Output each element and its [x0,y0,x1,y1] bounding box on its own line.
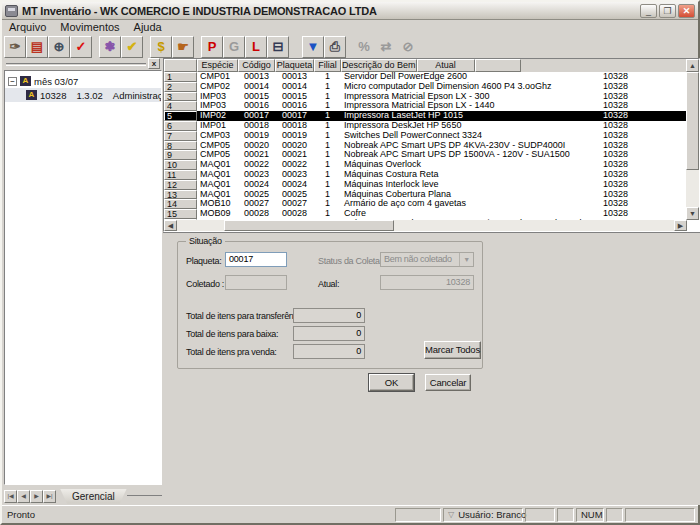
table-row[interactable]: 7CMP0300019000191Switches Dell PowerConn… [164,131,686,141]
menu-movimentos[interactable]: Movimentos [53,20,126,34]
cell: 1 [314,111,341,121]
cell: MAQ01 [197,180,238,190]
table-row[interactable]: 5IMP0200017000171Impressora LasetJet HP … [164,111,686,121]
scroll-right-icon[interactable]: ▶ [674,220,687,231]
letter-p-icon-button[interactable]: P [201,36,223,58]
groupbox-title: Situação [186,236,225,246]
tree-node-month[interactable]: − A mês 03/07 [5,74,161,88]
cell: 1 [314,101,341,111]
table-row[interactable]: 1CMP0100013000131Servidor Dell PowerEdge… [164,72,686,82]
bird-icon-button[interactable]: ✔ [121,36,143,58]
collapse-icon[interactable]: − [8,77,17,86]
scroll-up-icon[interactable]: ▲ [686,59,699,72]
table-row[interactable]: 11MAQ0100023000231Máquinas Costura Reta1… [164,170,686,180]
tree-node-sector[interactable]: A 10328 1.3.02 Administração [5,88,161,102]
table-row[interactable]: 2CMP0200014000141Micro computador Dell D… [164,82,686,92]
inventory-tree: − A mês 03/07 A 10328 1.3.02 Administraç… [4,70,162,485]
minimize-button[interactable]: _ [640,4,657,18]
cell: 00018 [238,121,275,131]
column-header-blank-0[interactable] [164,59,197,72]
hand-note-icon-button[interactable]: ☛ [172,36,194,58]
cell: 00025 [238,190,275,200]
tree-codigo: 1.3.02 [76,90,102,101]
tab-first-button[interactable]: |◀ [4,490,17,503]
status-ready: Pronto [2,509,395,520]
stamp-icon: ✑ [10,40,21,53]
magnifier-plus-icon-button[interactable]: ⊕ [48,36,70,58]
tab-last-button[interactable]: ▶| [43,490,56,503]
table-row[interactable]: 10MAQ0100022000221Máquinas Overlock10328 [164,160,686,170]
column-header-código[interactable]: Código [238,59,275,72]
menu-ajuda[interactable]: Ajuda [127,20,169,34]
left-panel: x − A mês 03/07 A 10328 1.3.02 Administr… [4,58,162,505]
cell [640,209,686,219]
marcar-todos-button[interactable]: Marcar Todos [424,341,481,359]
notebook-icon-button[interactable]: ▤ [26,36,48,58]
palette-icon: ❃ [105,40,116,53]
column-header-atual[interactable]: Atual [417,59,475,72]
table-row[interactable]: 14MOB1000027000271Armário de aço com 4 g… [164,199,686,209]
filter-icon-button[interactable]: ▼ [302,36,324,58]
panel-close-icon[interactable]: x [148,58,160,69]
coins-icon: $ [157,40,164,53]
close-button[interactable]: ✕ [678,4,695,18]
plaqueta-input[interactable]: 00017 [225,252,287,267]
cell: 1 [164,72,197,82]
table-row[interactable]: 9CMP0500021000211Nobreak APC Smart UPS D… [164,150,686,160]
status-coleta-select[interactable]: Bem não coletado ▼ [380,252,474,267]
tab-prev-button[interactable]: ◀ [17,490,30,503]
cell: 00018 [275,121,314,131]
printer-icon-button[interactable]: ⎙ [324,36,346,58]
cell: 10328 [582,209,640,219]
tab-next-button[interactable]: ▶ [30,490,43,503]
check-icon-button[interactable]: ✓ [70,36,92,58]
column-header-espécie[interactable]: Espécie [197,59,238,72]
hscroll-thumb[interactable] [224,220,394,231]
cell: 00016 [275,101,314,111]
scroll-left-icon[interactable]: ◀ [164,220,177,231]
money-transfer-icon: ⇄ [381,40,392,53]
cell: 1 [314,199,341,209]
cell: 1 [314,209,341,219]
inventory-node-icon: A [26,90,37,100]
table-row[interactable]: 6IMP0100018000181Impressora DeskJet HP 5… [164,121,686,131]
scroll-down-icon[interactable]: ▼ [686,207,699,220]
tree-view-icon-button[interactable]: ⊟ [267,36,289,58]
tree-plaqueta: 10328 [40,90,66,101]
cell: 00023 [238,170,275,180]
atual-label: Atual: [318,279,339,289]
vertical-scrollbar[interactable]: ▲ ▼ [686,59,699,220]
tab-strip-line [127,495,162,496]
restore-button[interactable]: ❐ [659,4,676,18]
table-row[interactable]: 8CMP0500020000201Nobreak APC Smart UPS D… [164,141,686,151]
menu-arquivo[interactable]: Arquivo [2,20,53,34]
status-num-lock: NUM [576,508,604,522]
cell: 00020 [275,141,314,151]
ok-button[interactable]: OK [369,374,414,391]
horizontal-scrollbar[interactable]: ◀ ▶ [164,220,687,231]
column-header-descrição-do-bem[interactable]: Descrição do Bem [341,59,417,72]
letter-g-icon-button[interactable]: G [223,36,245,58]
panel-grip[interactable] [6,63,146,66]
column-header-plaqueta[interactable]: Plaqueta [275,59,314,72]
vscroll-thumb[interactable] [686,72,699,170]
column-header-blank-7[interactable] [475,59,521,72]
status-user: ▽ Usuário: Branco [443,508,523,522]
tree-node-label: mês 03/07 [34,76,78,87]
table-row[interactable]: 3IMP0300015000151Impressora Matricial Ep… [164,92,686,102]
chevron-down-icon[interactable]: ▼ [459,253,473,266]
table-row[interactable]: 4IMP0300016000161Impressora Matricial Ep… [164,101,686,111]
column-header-filial[interactable]: Filial [314,59,341,72]
letter-l-icon-button[interactable]: L [245,36,267,58]
status-coleta-label: Status da Coleta: [318,256,382,266]
coins-icon-button[interactable]: $ [150,36,172,58]
palette-icon-button[interactable]: ❃ [99,36,121,58]
coletado-input[interactable] [225,275,287,290]
cancel-button[interactable]: Cancelar [425,374,471,391]
table-row[interactable]: 15MOB0900028000281Cofre10328 [164,209,686,219]
table-row[interactable]: 13MAQ0100025000251Máquinas Cobertura Pla… [164,190,686,200]
cell [640,101,686,111]
stamp-icon-button[interactable]: ✑ [4,36,26,58]
tab-gerencial[interactable]: Gerencial [60,489,127,504]
table-row[interactable]: 12MAQ0100024000241Máquinas Interlock lev… [164,180,686,190]
